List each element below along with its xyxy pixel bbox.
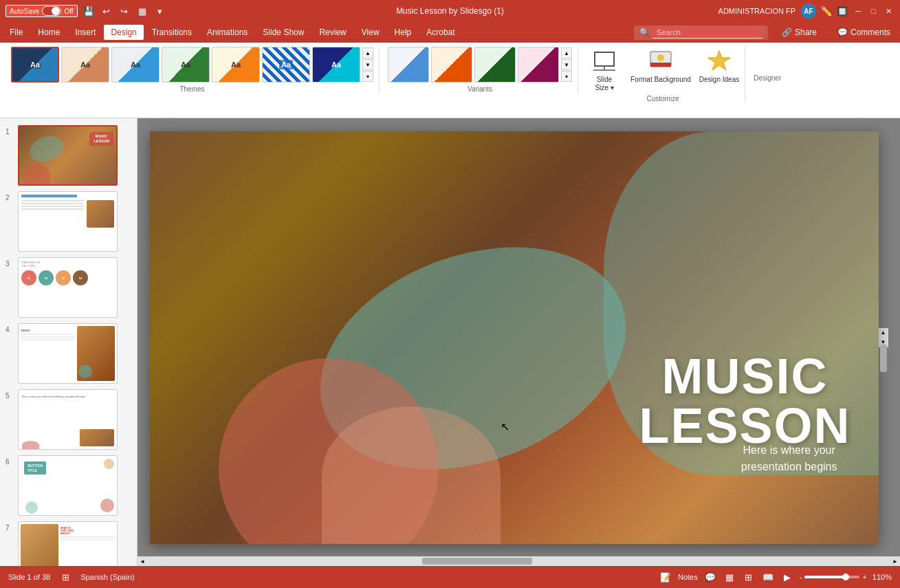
comments-button[interactable]: 💬 Comments <box>831 24 897 41</box>
zoom-handle[interactable] <box>842 574 849 580</box>
redo-icon[interactable]: ↪ <box>118 4 131 18</box>
theme-thumb-5[interactable]: Aa <box>212 47 260 83</box>
slide-scrollbar-vertical[interactable]: ▲ ▼ <box>879 328 888 347</box>
slide-thumb-3[interactable]: FEATURES OFTHE TOPIC 01 02 03 04 <box>18 257 118 318</box>
variant-thumb-4[interactable] <box>518 47 559 83</box>
autosave-toggle[interactable] <box>42 6 61 16</box>
menu-insert[interactable]: Insert <box>68 25 102 40</box>
variants-up-arrow[interactable]: ▲ <box>561 47 572 58</box>
menu-slideshow[interactable]: Slide Show <box>256 25 311 40</box>
normal-view-icon[interactable]: ▦ <box>723 570 736 584</box>
theme-thumb-4[interactable]: Aa <box>162 47 210 83</box>
slide-number-5: 5 <box>6 392 14 400</box>
design-ideas-button[interactable]: Design Ideas <box>699 47 739 84</box>
slide-sorter-icon[interactable]: ⊞ <box>742 570 756 584</box>
theme-thumb-7[interactable]: Aa <box>312 47 360 83</box>
variants-more-arrow[interactable]: ▾ <box>561 71 572 82</box>
statusbar: Slide 1 of 38 ⊞ Spanish (Spain) 📝 Notes … <box>0 566 900 588</box>
slide-title: MUSIC LESSON <box>639 351 850 450</box>
titlebar-left: AutoSave Off 💾 ↩ ↪ ▦ ▾ <box>6 4 167 18</box>
zoom-track <box>804 576 859 578</box>
zoom-fill <box>804 576 843 578</box>
autosave-state: Off <box>64 8 73 15</box>
autosave-badge[interactable]: AutoSave Off <box>6 5 78 17</box>
zoom-out-icon[interactable]: - <box>800 573 802 581</box>
designer-label: Designer <box>754 74 781 82</box>
slide-item-3[interactable]: 3 FEATURES OFTHE TOPIC 01 02 03 04 <box>4 256 133 319</box>
slide-item-6[interactable]: 6 SECTIONTITLE <box>4 454 133 517</box>
undo-icon[interactable]: ↩ <box>100 4 113 18</box>
user-avatar[interactable]: AF <box>801 3 816 19</box>
zoom-level: 110% <box>872 573 892 581</box>
maximize-button[interactable]: □ <box>867 5 879 17</box>
slide-thumb-7[interactable]: WHAT ISTHIS TOPICABOUT? <box>18 521 118 566</box>
slide-thumb-6[interactable]: SECTIONTITLE <box>18 455 118 516</box>
slide-item-7[interactable]: 7 WHAT ISTHIS TOPICABOUT? <box>4 520 133 566</box>
menu-help[interactable]: Help <box>388 25 419 40</box>
slide-thumb-2[interactable] <box>18 191 118 252</box>
variant-thumb-3[interactable] <box>474 47 516 83</box>
scroll-left-arrow[interactable]: ◄ <box>138 556 147 566</box>
slide-size-button[interactable]: SlideSize ▾ <box>586 47 622 92</box>
slide-item-1[interactable]: 1 MUSICLESSON <box>4 124 133 187</box>
save-icon[interactable]: 💾 <box>82 4 96 18</box>
username-label: ADMINISTRACION FP <box>718 7 795 15</box>
window-title: Music Lesson by Slidesgo (1) <box>396 6 504 16</box>
menu-transitions[interactable]: Transitions <box>145 25 199 40</box>
format-background-icon <box>647 47 674 74</box>
present-icon[interactable]: ▦ <box>135 4 149 18</box>
variants-down-arrow[interactable]: ▼ <box>561 59 572 70</box>
feedback-icon[interactable]: ✏️ <box>819 4 833 18</box>
theme-thumb-2[interactable]: Aa <box>61 47 109 83</box>
slideshow-icon[interactable]: ▶ <box>780 570 794 584</box>
menu-animations[interactable]: Animations <box>200 25 254 40</box>
comments-status-icon[interactable]: 💬 <box>703 570 717 584</box>
slide-info: Slide 1 of 38 <box>8 573 50 581</box>
minimize-button[interactable]: ─ <box>852 5 864 17</box>
slide-item-2[interactable]: 2 <box>4 190 133 253</box>
gallery-up-arrow[interactable]: ▲ <box>362 47 373 58</box>
menu-file[interactable]: File <box>3 25 30 40</box>
search-input[interactable] <box>652 27 762 39</box>
menu-view[interactable]: View <box>355 25 386 40</box>
zoom-in-icon[interactable]: + <box>862 573 866 581</box>
zoom-slider[interactable]: - + <box>800 573 867 581</box>
gallery-down-arrow[interactable]: ▼ <box>362 59 373 70</box>
slide-canvas[interactable]: MUSIC LESSON Here is where your presenta… <box>150 131 879 544</box>
slide-number-1: 1 <box>6 128 14 135</box>
restore-icon[interactable]: 🔲 <box>835 4 849 18</box>
customize-qat-icon[interactable]: ▾ <box>153 4 167 18</box>
menu-acrobat[interactable]: Acrobat <box>419 25 461 40</box>
variant-thumb-1[interactable] <box>388 47 429 83</box>
variant-thumb-2[interactable] <box>431 47 472 83</box>
reading-view-icon[interactable]: 📖 <box>761 570 775 584</box>
scroll-thumb[interactable] <box>880 345 887 372</box>
slide-info-icon[interactable]: ⊞ <box>58 570 72 584</box>
close-button[interactable]: ✕ <box>882 5 894 17</box>
theme-thumb-1[interactable]: Aa <box>11 47 59 83</box>
customize-label: Customize <box>646 95 679 102</box>
ribbon-variants-section: ▲ ▼ ▾ Variants <box>382 47 578 93</box>
slide-number-4: 4 <box>6 326 14 334</box>
gallery-more-arrow[interactable]: ▾ <box>362 71 373 82</box>
variants-arrows: ▲ ▼ ▾ <box>561 47 572 82</box>
hscroll-thumb[interactable] <box>422 558 532 565</box>
notes-icon[interactable]: 📝 <box>659 570 672 584</box>
menu-home[interactable]: Home <box>31 25 67 40</box>
slide-item-5[interactable]: 5 "Here is where you think of something … <box>4 388 133 451</box>
slide-thumb-5[interactable]: "Here is where you think of something to… <box>18 389 118 450</box>
slide-size-icon <box>591 47 618 74</box>
slide-scrollbar-horizontal[interactable]: ◄ ► <box>138 556 900 566</box>
slide-item-4[interactable]: 4 VENUS <box>4 322 133 385</box>
theme-thumb-3[interactable]: Aa <box>111 47 160 83</box>
slide-thumb-1[interactable]: MUSICLESSON <box>18 125 118 186</box>
scroll-up-arrow[interactable]: ▲ <box>879 328 888 338</box>
share-button[interactable]: 🔗 Share <box>772 24 826 41</box>
menu-design[interactable]: Design <box>104 25 143 40</box>
theme-thumb-6[interactable]: Aa <box>262 47 310 83</box>
format-background-button[interactable]: Format Background <box>630 47 691 84</box>
menu-review[interactable]: Review <box>312 25 353 40</box>
slide-thumb-4[interactable]: VENUS <box>18 323 118 384</box>
slide-panel: 1 MUSICLESSON 2 <box>0 118 138 566</box>
scroll-right-arrow[interactable]: ► <box>890 556 900 566</box>
